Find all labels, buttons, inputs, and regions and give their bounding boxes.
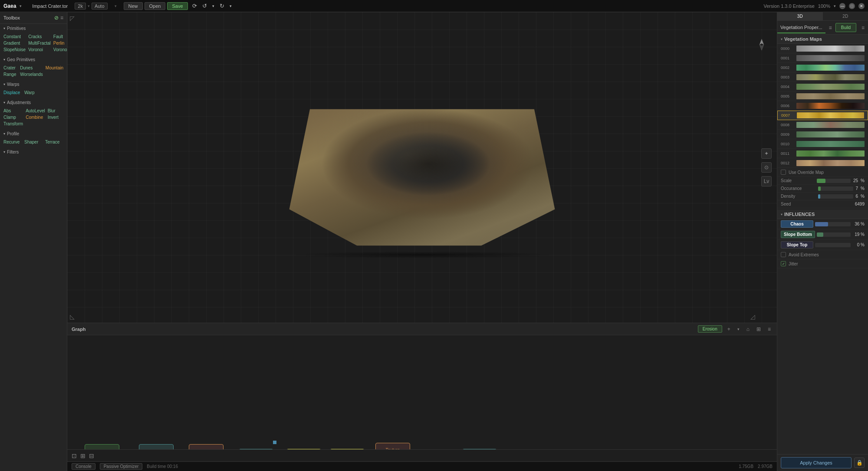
build-button[interactable]: Build bbox=[835, 23, 856, 32]
slope-bottom-bar[interactable] bbox=[817, 232, 851, 237]
tool-constant[interactable]: Constant bbox=[3, 34, 26, 39]
layers-icon[interactable]: Lv bbox=[761, 176, 772, 186]
chaos-label[interactable]: Chaos bbox=[781, 220, 813, 228]
tool-invert[interactable]: Invert bbox=[47, 114, 64, 120]
veg-map-0006[interactable]: 0006 bbox=[777, 101, 868, 111]
section-filters-header[interactable]: ▾ Filters bbox=[0, 147, 67, 157]
auto-dropdown[interactable]: Auto bbox=[92, 3, 108, 10]
veg-map-0005[interactable]: 0005 bbox=[777, 92, 868, 101]
tool-slopenoise[interactable]: SlopeNoise bbox=[3, 47, 26, 52]
tool-range[interactable]: Range bbox=[3, 72, 18, 77]
save-button[interactable]: Save bbox=[167, 2, 187, 10]
use-override-checkbox[interactable] bbox=[781, 170, 786, 175]
tool-shaper[interactable]: Shaper bbox=[23, 139, 43, 145]
tool-transform[interactable]: Transform bbox=[3, 121, 24, 127]
graph-add-arrow-icon[interactable]: ▾ bbox=[736, 326, 741, 332]
graph-canvas[interactable]: Crater Transform Anastomosis Combine Ero… bbox=[67, 335, 777, 449]
tool-gradient[interactable]: Gradient bbox=[3, 40, 26, 46]
occurrence-bar[interactable] bbox=[818, 186, 853, 191]
tool-displace[interactable]: Displace bbox=[3, 90, 23, 95]
redo-button[interactable]: ↻ bbox=[217, 2, 227, 10]
toolbox-menu-icon[interactable]: ≡ bbox=[60, 15, 63, 21]
undo-button[interactable]: ↺ bbox=[200, 2, 210, 10]
tool-abs[interactable]: Abs bbox=[3, 108, 24, 114]
slope-bottom-label[interactable]: Slope Bottom bbox=[781, 231, 815, 238]
section-geoprimitives-header[interactable]: ▾ Geo Primitives bbox=[0, 55, 67, 64]
maximize-button[interactable]: □ bbox=[849, 3, 855, 9]
tool-blur[interactable]: Blur bbox=[47, 108, 64, 114]
tool-terrace[interactable]: Terrace bbox=[44, 139, 64, 145]
section-warps-header[interactable]: ▾ Warps bbox=[0, 80, 67, 89]
veg-map-0002[interactable]: 0002 bbox=[777, 63, 868, 72]
node-erosion2[interactable]: Erosion bbox=[330, 449, 365, 449]
graph-menu-icon[interactable]: ≡ bbox=[766, 325, 773, 333]
view-2d-button[interactable]: 2D bbox=[823, 12, 868, 20]
tool-clamp[interactable]: Clamp bbox=[3, 114, 24, 120]
veg-map-0011[interactable]: 0011 bbox=[777, 149, 868, 158]
graph-add-button[interactable]: + bbox=[726, 325, 732, 333]
tool-combine[interactable]: Combine bbox=[25, 114, 46, 120]
node-erosion1[interactable]: Erosion bbox=[286, 449, 321, 449]
section-profile-header[interactable]: ▾ Profile bbox=[0, 129, 67, 138]
node-crater[interactable]: Crater bbox=[85, 444, 119, 449]
app-logo[interactable]: Gaea bbox=[3, 3, 16, 9]
node-combine[interactable]: Combine bbox=[239, 449, 273, 449]
tool-dunes[interactable]: Dunes bbox=[19, 65, 44, 71]
veg-map-0009[interactable]: 0009 bbox=[777, 130, 868, 139]
graph-active-tab[interactable]: Erosion bbox=[698, 325, 722, 333]
node-transform[interactable]: Transform bbox=[139, 444, 174, 449]
target-icon[interactable]: ⊙ bbox=[761, 162, 772, 173]
build-menu-icon[interactable]: ≡ bbox=[858, 23, 868, 33]
new-button[interactable]: New bbox=[124, 2, 143, 10]
logo-arrow-icon[interactable]: ▾ bbox=[20, 4, 22, 8]
density-bar[interactable] bbox=[818, 194, 853, 199]
console-button[interactable]: Console bbox=[72, 463, 95, 470]
sun-icon[interactable]: ✦ bbox=[761, 148, 772, 159]
open-button[interactable]: Open bbox=[145, 2, 166, 10]
viewport-3d[interactable]: ✦ ⊙ Lv ◺ ◿ ◸ bbox=[67, 12, 777, 323]
toolbox-pin-icon[interactable]: ⊘ bbox=[54, 15, 59, 21]
minimize-button[interactable]: — bbox=[839, 3, 845, 9]
refresh-icon[interactable]: ⟳ bbox=[190, 2, 200, 10]
compass-icon[interactable] bbox=[755, 38, 768, 52]
tool-recurve[interactable]: Recurve bbox=[3, 139, 23, 145]
lock-icon[interactable]: 🔒 bbox=[854, 458, 865, 468]
graph-layout-icon[interactable]: ⊞ bbox=[755, 325, 763, 333]
tool-warp[interactable]: Warp bbox=[23, 90, 43, 95]
tool-cracks[interactable]: Cracks bbox=[27, 34, 52, 39]
tool-crater[interactable]: Crater bbox=[3, 65, 18, 71]
zoom-out-icon[interactable]: ⊟ bbox=[89, 452, 94, 459]
node-anastomosis[interactable]: Anastomosis bbox=[189, 444, 224, 449]
tool-mountain[interactable]: Mountain bbox=[45, 65, 64, 71]
tool-voronoi-plus[interactable]: Voronoi+ bbox=[53, 47, 67, 52]
veg-map-0004[interactable]: 0004 bbox=[777, 82, 868, 92]
zoom-in-icon[interactable]: ⊞ bbox=[80, 452, 85, 459]
veg-map-0003[interactable]: 0003 bbox=[777, 72, 868, 82]
view-3d-button[interactable]: 3D bbox=[777, 12, 823, 20]
resolution-dropdown[interactable]: 2k bbox=[75, 3, 86, 10]
chaos-bar[interactable] bbox=[815, 222, 851, 226]
veg-map-0012[interactable]: 0012 bbox=[777, 158, 868, 168]
scale-bar[interactable] bbox=[817, 179, 850, 183]
veg-map-0001[interactable]: 0001 bbox=[777, 53, 868, 63]
jitter-checkbox[interactable]: ✓ bbox=[781, 261, 786, 266]
properties-menu-icon[interactable]: ≡ bbox=[825, 23, 835, 33]
veg-map-0000[interactable]: 0000 bbox=[777, 44, 868, 53]
tool-autolevel[interactable]: AutoLevel bbox=[25, 108, 46, 114]
slope-top-bar[interactable] bbox=[815, 243, 851, 247]
fit-view-icon[interactable]: ⊡ bbox=[72, 452, 77, 459]
node-satmaps[interactable]: SatMaps bbox=[462, 449, 497, 449]
section-adjustments-header[interactable]: ▾ Adjustments bbox=[0, 98, 67, 107]
apply-changes-button[interactable]: Apply Changes bbox=[781, 457, 852, 468]
undo-arrow-icon[interactable]: ▾ bbox=[210, 3, 217, 9]
optimizer-button[interactable]: Passive Optimizer bbox=[100, 463, 143, 470]
graph-home-icon[interactable]: ⌂ bbox=[745, 325, 751, 333]
close-button[interactable]: ✕ bbox=[858, 3, 865, 9]
tool-voronoi[interactable]: Voronoi bbox=[27, 47, 52, 52]
tool-fault[interactable]: Fault bbox=[53, 34, 67, 39]
tool-worselands[interactable]: Worselands bbox=[19, 72, 44, 77]
tool-perlin[interactable]: Perlin bbox=[53, 40, 67, 46]
slope-top-label[interactable]: Slope Top bbox=[781, 241, 813, 249]
veg-map-0008[interactable]: 0008 bbox=[777, 120, 868, 130]
tool-multifractal[interactable]: MultiFractal bbox=[27, 40, 52, 46]
